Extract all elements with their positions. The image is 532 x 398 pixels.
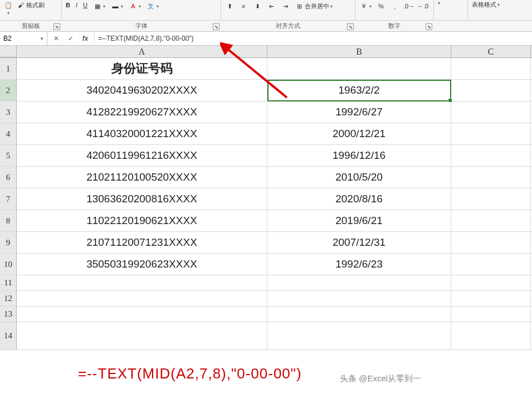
dialog-launcher-icon[interactable]: ⬊ [347, 23, 354, 30]
percent-button[interactable]: % [375, 1, 387, 11]
row-header[interactable]: 3 [0, 101, 17, 123]
decrease-indent-button[interactable]: ⇤ [265, 1, 277, 11]
row-header[interactable]: 6 [0, 167, 17, 188]
format-painter-button[interactable]: 🖌 格式刷 [14, 0, 46, 10]
column-header-c[interactable]: C [451, 46, 531, 57]
cell[interactable]: 2019/6/21 [267, 210, 451, 231]
cell-c1[interactable] [451, 58, 531, 79]
row-header[interactable]: 8 [0, 210, 17, 232]
cell-b1[interactable] [267, 58, 451, 79]
phonetic-button[interactable]: 文▾ [145, 1, 160, 11]
cell[interactable]: 1963/2/2 [267, 80, 451, 101]
cell[interactable] [451, 291, 531, 306]
table-format-button[interactable]: 表格格式▾ [470, 0, 501, 9]
row-header[interactable]: 7 [0, 188, 17, 210]
cells-area[interactable]: 身份证号码 34020419630202XXXX1963/2/2 4128221… [17, 58, 532, 350]
cell[interactable]: 2020/8/16 [267, 188, 451, 210]
currency-button[interactable]: ¥▾ [358, 1, 373, 11]
row-header[interactable]: 13 [0, 307, 17, 322]
underline-button[interactable]: U [81, 1, 89, 9]
cell[interactable]: 41282219920627XXXX [17, 101, 267, 123]
cell[interactable] [17, 322, 267, 350]
align-top-button[interactable]: ⬆ [223, 1, 236, 11]
cell[interactable] [451, 307, 531, 322]
dialog-launcher-icon[interactable]: ⬊ [426, 23, 432, 30]
row-header[interactable]: 12 [0, 291, 17, 307]
cell[interactable]: 42060119961216XXXX [17, 145, 267, 166]
formula-annotation-text: =--TEXT(MID(A2,7,8),"0-00-00") [78, 365, 302, 382]
name-box[interactable]: B2 ▾ [0, 32, 47, 45]
row-header[interactable]: 11 [0, 275, 17, 291]
cell[interactable] [451, 275, 531, 290]
cell[interactable] [451, 210, 531, 231]
cell[interactable] [267, 307, 451, 322]
cell[interactable] [267, 322, 451, 350]
increase-indent-button[interactable]: ⇥ [279, 1, 291, 11]
dialog-launcher-icon[interactable]: ⬊ [213, 23, 219, 30]
paste-button[interactable]: 📋 ▾ [2, 0, 14, 16]
cell[interactable]: 21071120071231XXXX [17, 232, 267, 253]
row-header[interactable]: 5 [0, 145, 17, 167]
brush-icon: 🖌 [16, 1, 25, 9]
cell[interactable]: 41140320001221XXXX [17, 123, 267, 144]
cell[interactable] [17, 307, 267, 322]
ribbon-group-styles: ▾ [434, 0, 467, 21]
column-headers: A B C [0, 46, 532, 58]
cell-styles-button[interactable]: ▾ [436, 0, 442, 6]
cell[interactable]: 1992/6/27 [267, 101, 451, 123]
cancel-formula-button[interactable]: ✕ [52, 34, 61, 43]
row-header[interactable]: 2 [0, 80, 17, 101]
align-middle-button[interactable]: ≡ [237, 1, 250, 11]
bold-button[interactable]: B [64, 1, 72, 9]
fx-button[interactable]: fx [81, 34, 90, 43]
italic-button[interactable]: I [74, 1, 79, 9]
cell[interactable]: 2000/12/21 [267, 123, 451, 144]
align-bottom-button[interactable]: ⬇ [251, 1, 263, 11]
comma-button[interactable]: , [389, 1, 401, 11]
formula-input[interactable]: =--TEXT(MID(A2,7,8),"0-00-00") [95, 35, 532, 42]
decrease-decimal-button[interactable]: ←.0 [417, 1, 429, 11]
cell[interactable]: 1996/12/16 [267, 145, 451, 166]
cell[interactable] [451, 145, 531, 166]
cell[interactable]: 2007/12/31 [267, 232, 451, 253]
cell[interactable] [17, 291, 267, 306]
select-all-corner[interactable] [0, 46, 17, 57]
cell[interactable] [451, 254, 531, 275]
cell[interactable] [267, 275, 451, 290]
cell[interactable]: 34020419630202XXXX [17, 80, 267, 101]
outdent-icon: ⇤ [267, 2, 276, 11]
cell[interactable] [451, 101, 531, 123]
cell[interactable] [451, 123, 531, 144]
column-header-b[interactable]: B [267, 46, 451, 57]
cell[interactable] [451, 167, 531, 188]
row-header[interactable]: 1 [0, 58, 17, 80]
paste-icon: 📋 [4, 1, 13, 9]
cell[interactable]: 35050319920623XXXX [17, 254, 267, 275]
dialog-launcher-icon[interactable]: ⬊ [53, 23, 60, 30]
cell[interactable]: 21021120100520XXXX [17, 167, 267, 188]
column-header-a[interactable]: A [17, 46, 267, 57]
accept-formula-button[interactable]: ✓ [66, 34, 75, 43]
border-button[interactable]: ▦▾ [91, 1, 107, 11]
cell[interactable] [451, 188, 531, 210]
row-header[interactable]: 4 [0, 123, 17, 145]
fill-color-button[interactable]: ▬▾ [109, 1, 125, 11]
cell[interactable] [451, 322, 531, 350]
row-header[interactable]: 9 [0, 232, 17, 254]
border-icon: ▦ [93, 2, 102, 11]
indent-icon: ⇥ [281, 2, 290, 11]
row-header[interactable]: 14 [0, 322, 17, 350]
row-header[interactable]: 10 [0, 254, 17, 275]
cell[interactable]: 13063620200816XXXX [17, 188, 267, 210]
cell[interactable] [17, 275, 267, 290]
merge-center-button[interactable]: ⊞合并居中▾ [293, 1, 334, 11]
cell[interactable] [267, 291, 451, 306]
font-color-button[interactable]: A▾ [127, 1, 143, 11]
cell[interactable]: 1992/6/23 [267, 254, 451, 275]
cell[interactable] [451, 232, 531, 253]
cell[interactable] [451, 80, 531, 101]
cell[interactable]: 11022120190621XXXX [17, 210, 267, 231]
cell[interactable]: 2010/5/20 [267, 167, 451, 188]
cell-a1[interactable]: 身份证号码 [17, 58, 267, 79]
increase-decimal-button[interactable]: .0→ [403, 1, 415, 11]
